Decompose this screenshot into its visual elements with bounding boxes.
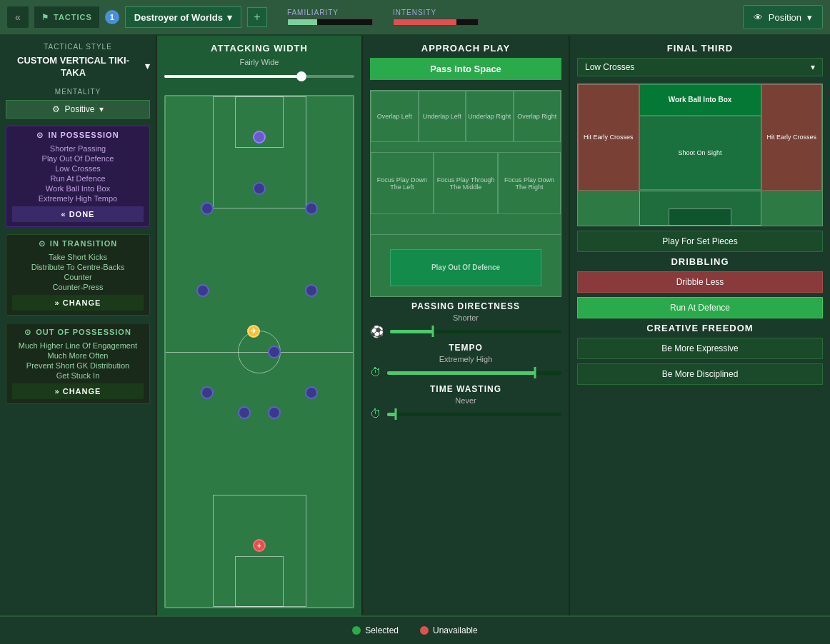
out-possession-change-button[interactable]: » CHANGE xyxy=(12,383,144,399)
selected-player: ✈ xyxy=(247,325,260,338)
in-possession-header: ⊙ IN POSSESSION xyxy=(12,131,144,140)
final-third-dropdown-value: Low Crosses xyxy=(585,62,634,72)
be-more-disciplined-button[interactable]: Be More Disciplined xyxy=(577,363,823,385)
approach-pitch-line xyxy=(371,234,561,235)
position-button[interactable]: 👁 Position ▾ xyxy=(743,5,823,29)
tempo-slider[interactable] xyxy=(387,366,561,380)
add-tactic-button[interactable]: + xyxy=(247,7,267,27)
unavailable-legend-label: Unavailable xyxy=(433,625,478,635)
done-button[interactable]: « DONE xyxy=(12,206,144,222)
final-third-section: FINAL THIRD Low Crosses ▾ Work Ball Into… xyxy=(570,36,830,615)
mentality-dropdown-icon: ▾ xyxy=(99,104,104,114)
be-more-expressive-button[interactable]: Be More Expressive xyxy=(577,338,823,359)
hit-early-crosses-left-cell[interactable]: Hit Early Crosses xyxy=(578,84,639,191)
unavailable-legend-dot xyxy=(420,626,429,635)
selected-legend: Selected xyxy=(352,625,399,635)
out-possession-item-1: Much Higher Line Of Engagement xyxy=(12,341,144,351)
time-wasting-value: Never xyxy=(370,396,561,405)
player-mid-1 xyxy=(196,284,209,297)
player-top-2 xyxy=(201,202,214,215)
in-possession-item-4: Run At Defence xyxy=(12,173,144,183)
time-wasting-slider-row: ⏱ xyxy=(370,407,561,421)
tactic-name-text: Destroyer of Worlds xyxy=(134,12,223,23)
play-for-set-pieces-button[interactable]: Play For Set Pieces xyxy=(577,231,823,252)
mentality-label: MENTALITY xyxy=(6,88,150,96)
in-possession-label: IN POSSESSION xyxy=(48,131,119,139)
passing-directness-label: PASSING DIRECTNESS xyxy=(370,301,561,311)
tempo-thumb xyxy=(534,367,536,378)
in-transition-item-4: Counter-Press xyxy=(12,282,144,292)
focus-play-right-cell[interactable]: Focus Play Down The Right xyxy=(498,152,561,213)
in-possession-item-2: Play Out Of Defence xyxy=(12,154,144,163)
player-top-1 xyxy=(253,131,266,144)
mentality-icon: ⚙ xyxy=(52,104,60,114)
time-wasting-section: TIME WASTING Never ⏱ xyxy=(370,384,561,421)
tactic-number: 1 xyxy=(105,10,119,24)
selected-legend-dot xyxy=(352,626,361,635)
focus-play-left-cell[interactable]: Focus Play Down The Left xyxy=(371,152,434,213)
in-transition-item-1: Take Short Kicks xyxy=(12,252,144,262)
transition-change-button[interactable]: » CHANGE xyxy=(12,295,144,311)
slider-thumb xyxy=(296,71,306,81)
sidebar: TACTICAL STYLE CUSTOM VERTICAL TIKI-TAKA… xyxy=(0,36,156,615)
overlap-left-cell[interactable]: Overlap Left xyxy=(371,91,419,142)
overlap-right-cell[interactable]: Overlap Right xyxy=(514,91,561,142)
out-possession-header: ⊙ OUT OF POSSESSION xyxy=(12,328,144,337)
tactical-style-value: CUSTOM VERTICAL TIKI-TAKA ▾ xyxy=(6,55,150,79)
attacking-width-label: ATTACKING WIDTH xyxy=(164,43,354,54)
final-third-dropdown[interactable]: Low Crosses ▾ xyxy=(577,58,823,76)
out-possession-block: ⊙ OUT OF POSSESSION Much Higher Line Of … xyxy=(6,323,150,404)
change-chevron-icon: » xyxy=(55,298,60,307)
focus-play-middle-cell[interactable]: Focus Play Through The Middle xyxy=(434,152,498,213)
familiarity-track xyxy=(287,19,373,26)
passing-directness-slider-row: ⚽ xyxy=(370,324,561,338)
pass-into-space-button[interactable]: Pass Into Space xyxy=(370,58,561,80)
out-possession-label: OUT OF POSSESSION xyxy=(36,328,131,336)
passing-directness-slider[interactable] xyxy=(390,324,561,338)
attacking-width-value: Fairly Wide xyxy=(164,58,354,66)
in-possession-item-5: Work Ball Into Box xyxy=(12,183,144,193)
passing-directness-section: PASSING DIRECTNESS Shorter ⚽ xyxy=(370,301,561,338)
out-possession-icon: ⊙ xyxy=(24,328,31,337)
position-dropdown-icon: ▾ xyxy=(807,12,812,23)
pitch-section: ATTACKING WIDTH Fairly Wide xyxy=(156,36,363,615)
player-mid-2 xyxy=(305,284,318,297)
underlap-right-cell[interactable]: Underlap Right xyxy=(466,91,514,142)
play-out-defence-cell[interactable]: Play Out Of Defence xyxy=(390,249,542,286)
mentality-button[interactable]: ⚙ Positive ▾ xyxy=(6,100,150,119)
tactic-name-button[interactable]: Destroyer of Worlds ▾ xyxy=(125,6,241,28)
dribble-less-button[interactable]: Dribble Less xyxy=(577,271,823,293)
intensity-track xyxy=(393,19,479,26)
position-label: Position xyxy=(769,12,801,23)
attacking-width-slider[interactable] xyxy=(164,75,354,85)
in-transition-block: ⊙ IN TRANSITION Take Short Kicks Distrib… xyxy=(6,234,150,316)
time-wasting-icon: ⏱ xyxy=(370,408,381,421)
passing-thumb xyxy=(432,326,434,337)
dribbling-title: DRIBBLING xyxy=(577,256,823,267)
in-possession-block: ⊙ IN POSSESSION Shorter Passing Play Out… xyxy=(6,126,150,227)
intensity-label: INTENSITY xyxy=(393,9,479,16)
underlap-left-cell[interactable]: Underlap Left xyxy=(419,91,466,142)
run-at-defence-button[interactable]: Run At Defence xyxy=(577,297,823,318)
done-label: DONE xyxy=(69,210,95,218)
tempo-value: Extremely High xyxy=(370,355,561,363)
passing-fill xyxy=(390,330,433,333)
back-button[interactable]: « xyxy=(7,6,29,28)
unavailable-legend: Unavailable xyxy=(420,625,478,635)
tactical-style-dropdown-icon: ▾ xyxy=(145,61,150,73)
in-transition-label: IN TRANSITION xyxy=(50,239,117,248)
tactic-name-dropdown-icon: ▾ xyxy=(227,12,232,23)
approach-play-section: APPROACH PLAY Pass Into Space Overlap Le… xyxy=(363,36,570,615)
player-top-3 xyxy=(253,182,266,195)
hit-early-crosses-right-cell[interactable]: Hit Early Crosses xyxy=(761,84,823,191)
out-possession-item-2: Much More Often xyxy=(12,351,144,361)
bottom-bar: Selected Unavailable xyxy=(0,615,830,644)
position-eye-icon: 👁 xyxy=(754,12,763,23)
passing-directness-icon: ⚽ xyxy=(370,325,384,338)
main-content: TACTICAL STYLE CUSTOM VERTICAL TIKI-TAKA… xyxy=(0,36,830,615)
work-ball-into-box-cell[interactable]: Work Ball Into Box xyxy=(639,84,761,116)
shoot-on-sight-cell[interactable]: Shoot On Sight xyxy=(639,116,761,191)
time-wasting-slider[interactable] xyxy=(387,407,561,421)
out-possession-item-3: Prevent Short GK Distribution xyxy=(12,361,144,371)
tactical-style-label: TACTICAL STYLE xyxy=(6,43,150,51)
